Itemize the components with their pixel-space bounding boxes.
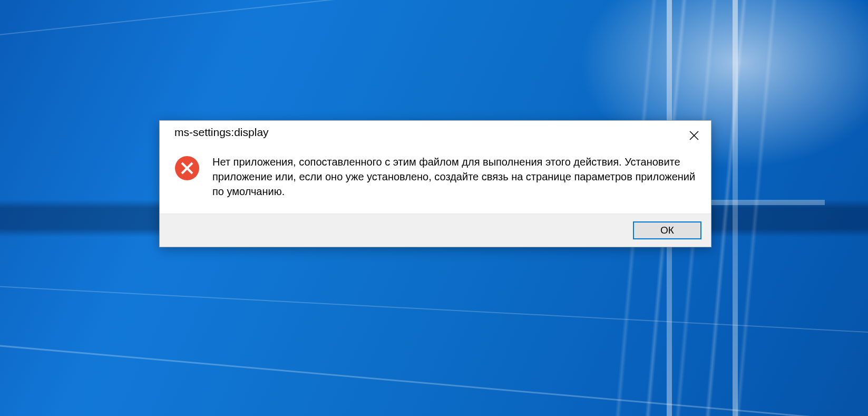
desktop-background: ms-settings:display Нет приложения, сопо… [0,0,868,416]
dialog-titlebar[interactable]: ms-settings:display [160,121,711,143]
dialog-title: ms-settings:display [174,126,269,139]
dialog-body: Нет приложения, сопоставленного с этим ф… [160,143,711,214]
close-button[interactable] [686,128,702,143]
close-icon [689,131,699,140]
dialog-message: Нет приложения, сопоставленного с этим ф… [212,154,696,199]
error-dialog: ms-settings:display Нет приложения, сопо… [159,120,711,247]
dialog-footer: ОК [160,214,711,247]
error-icon [174,156,200,181]
ok-button[interactable]: ОК [633,221,701,239]
